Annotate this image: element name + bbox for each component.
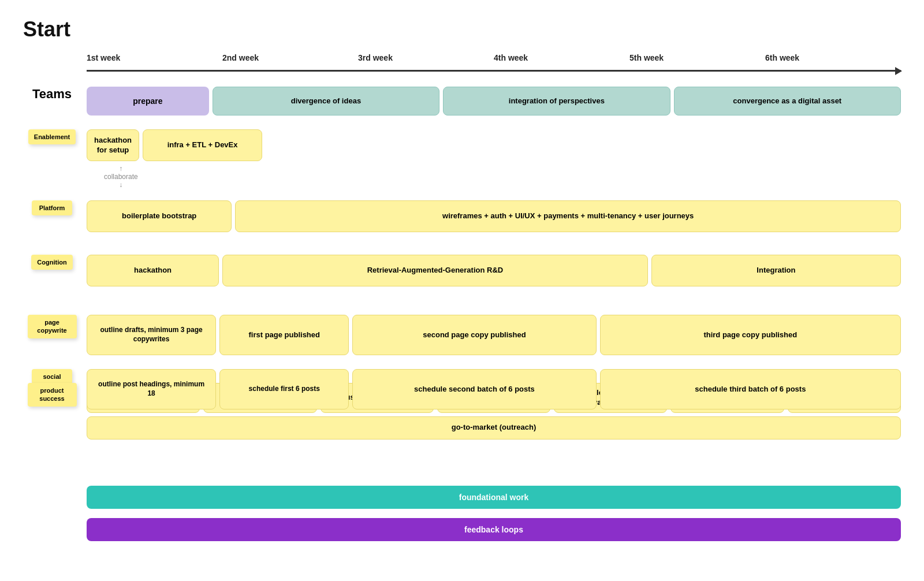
enablement-sticky: Enablement [28,129,76,144]
social-row: social outline post headings, minimum 18… [23,369,901,415]
social-content: outline post headings, minimum 18 schedu… [87,369,901,409]
page-copywrite-row: page copywrite outline drafts, minimum 3… [23,315,901,361]
schedule-first-cell: schedule first 6 posts [219,369,349,409]
prepare-cell: prepare [87,87,209,116]
cognition-sticky: Cognition [31,255,72,270]
platform-row: Platform boilerplate bootstrap wireframe… [23,200,901,235]
divergence-cell: divergence of ideas [213,87,439,116]
integration-cognition-cell: Integration [651,255,901,286]
teams-content: prepare divergence of ideas integration … [87,87,901,116]
chart-container: 1st week 2nd week 3rd week 4th week 5th … [23,53,901,546]
integration-cell: integration of perspectives [443,87,670,116]
foundational-bar: foundational work [87,486,901,509]
schedule-second-cell: schedule second batch of 6 posts [352,369,596,409]
platform-label: Platform [23,200,81,215]
hackathon-cell: hackathon [87,255,219,286]
week-4-label: 4th week [494,53,629,67]
enablement-label: Enablement [23,129,81,144]
cognition-label: Cognition [23,255,81,270]
platform-content: boilerplate bootstrap wireframes + auth … [87,200,901,232]
collaborate-section: ↑ collaborate ↓ [104,165,138,189]
outline-posts-cell: outline post headings, minimum 18 [87,369,216,409]
week-1-label: 1st week [87,53,222,67]
page-title: Start [23,17,901,42]
platform-sticky: Platform [32,200,72,215]
page-copywrite-content: outline drafts, minimum 3 page copywrite… [87,315,901,355]
first-page-cell: first page published [219,315,349,355]
cognition-row: Cognition hackathon Retrieval-Augmented-… [23,255,901,289]
boilerplate-cell: boilerplate bootstrap [87,200,232,232]
second-page-cell: second page copy published [352,315,596,355]
teams-label: Teams [23,87,81,102]
outline-drafts-cell: outline drafts, minimum 3 page copywrite… [87,315,216,355]
schedule-third-cell: schedule third batch of 6 posts [600,369,901,409]
page-copywrite-label: page copywrite [23,315,81,338]
third-page-cell: third page copy published [600,315,901,355]
week-6-label: 6th week [765,53,901,67]
enablement-top-row: hackathon for setup infra + ETL + DevEx [87,129,262,161]
rag-cell: Retrieval-Augmented-Generation R&D [222,255,648,286]
arrow-down-icon: ↓ [119,181,122,189]
timeline-arrow [87,70,901,72]
collaborate-label: collaborate [104,173,138,181]
convergence-cell: convergence as a digital asset [674,87,901,116]
infra-cell: infra + ETL + DevEx [143,129,262,161]
timeline-header: 1st week 2nd week 3rd week 4th week 5th … [87,53,901,67]
product-success-row: product success design sprint strategy c… [23,423,901,470]
feedback-row: feedback loops [23,518,901,546]
gtm-cell: go-to-market (outreach) [87,416,901,440]
foundational-row: foundational work [23,486,901,513]
wireframes-cell: wireframes + auth + UI/UX + payments + m… [235,200,901,232]
week-3-label: 3rd week [358,53,494,67]
enablement-row: Enablement hackathon for setup infra + E… [23,129,901,190]
arrow-up-icon: ↑ [119,165,122,173]
page-copywrite-sticky: page copywrite [28,315,77,338]
hackathon-setup-cell: hackathon for setup [87,129,139,161]
rows-area: Teams prepare divergence of ideas integr… [23,87,901,546]
social-label: social [23,369,81,384]
product-success-label-col: product success [23,383,81,407]
cognition-content: hackathon Retrieval-Augmented-Generation… [87,255,901,286]
week-5-label: 5th week [629,53,765,67]
week-2-label: 2nd week [222,53,358,67]
enablement-content: hackathon for setup infra + ETL + DevEx … [87,129,901,190]
product-success-sticky: product success [28,383,77,407]
timeline-bar [87,67,901,75]
feedback-bar: feedback loops [87,518,901,541]
teams-row: Teams prepare divergence of ideas integr… [23,87,901,121]
social-sticky: social [32,369,72,384]
